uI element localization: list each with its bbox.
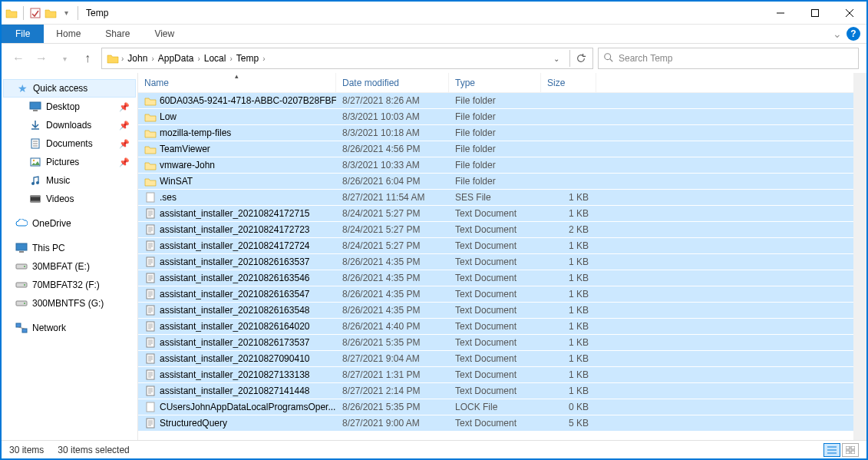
table-row[interactable]: StructuredQuery8/27/2021 9:00 AMText Doc…: [138, 415, 853, 432]
crumb-john[interactable]: John: [124, 53, 150, 64]
folder-icon: [144, 94, 157, 107]
tab-view[interactable]: View: [142, 25, 186, 43]
history-dropdown-icon[interactable]: ▾: [55, 49, 74, 68]
table-row[interactable]: TeamViewer8/26/2021 4:56 PMFile folder: [138, 141, 853, 157]
app-folder-icon: [5, 6, 18, 20]
drive-icon: [15, 297, 28, 309]
minimize-button[interactable]: [763, 2, 797, 25]
file-size: 1 KB: [541, 192, 596, 203]
sidebar-item-music[interactable]: Music: [2, 171, 137, 190]
svg-rect-21: [16, 243, 27, 250]
tab-share[interactable]: Share: [93, 25, 142, 43]
sidebar-quick-access[interactable]: ★ Quick access: [3, 79, 136, 98]
chevron-right-icon[interactable]: ›: [262, 55, 266, 63]
table-row[interactable]: assistant_installer_202108271331388/27/2…: [138, 367, 853, 383]
table-row[interactable]: assistant_installer_202108261635468/26/2…: [138, 270, 853, 286]
sidebar-drive[interactable]: 300MBNTFS (G:): [2, 294, 137, 313]
table-row[interactable]: assistant_installer_202108270904108/27/2…: [138, 351, 853, 367]
sidebar-drive[interactable]: 70MBFAT32 (F:): [2, 276, 137, 294]
table-row[interactable]: assistant_installer_202108261640208/26/2…: [138, 319, 853, 335]
table-row[interactable]: assistant_installer_202108261735378/26/2…: [138, 335, 853, 351]
search-placeholder: Search Temp: [619, 53, 672, 64]
file-size: 1 KB: [541, 208, 596, 219]
crumb-temp[interactable]: Temp: [233, 53, 262, 64]
up-button[interactable]: ↑: [78, 49, 97, 68]
table-row[interactable]: vmware-John8/3/2021 10:33 AMFile folder: [138, 157, 853, 174]
table-row[interactable]: Low8/3/2021 10:03 AMFile folder: [138, 109, 853, 125]
expand-ribbon-icon[interactable]: ⌄: [833, 28, 842, 40]
maximize-button[interactable]: [797, 2, 832, 25]
qat-properties-icon[interactable]: [28, 6, 42, 20]
svg-rect-73: [147, 338, 154, 347]
crumb-appdata[interactable]: AppData: [155, 53, 197, 64]
help-icon[interactable]: ?: [847, 27, 860, 41]
qat-newfolder-icon[interactable]: [44, 6, 58, 20]
file-icon: [144, 352, 157, 365]
view-details-button[interactable]: [823, 443, 840, 457]
file-size: 1 KB: [541, 256, 596, 267]
table-row[interactable]: assistant_installer_202108241727248/24/2…: [138, 238, 853, 254]
address-dropdown-icon[interactable]: ⌄: [548, 50, 565, 67]
table-row[interactable]: assistant_installer_202108261635478/26/2…: [138, 286, 853, 303]
svg-rect-0: [31, 8, 40, 18]
sidebar-item-desktop[interactable]: Desktop📌: [2, 98, 137, 116]
address-bar[interactable]: › John › AppData › Local › Temp › ⌄: [101, 48, 593, 69]
crumb-local[interactable]: Local: [201, 53, 229, 64]
svg-rect-30: [22, 329, 27, 333]
view-icons-button[interactable]: [842, 443, 859, 457]
svg-rect-43: [147, 241, 154, 250]
document-icon: [29, 137, 41, 150]
column-type[interactable]: Type: [449, 73, 541, 92]
sidebar-network[interactable]: Network: [2, 319, 137, 337]
column-name[interactable]: Name▴: [138, 73, 336, 92]
svg-rect-29: [16, 323, 21, 327]
table-row[interactable]: WinSAT8/26/2021 6:04 PMFile folder: [138, 174, 853, 190]
sidebar-this-pc[interactable]: This PC: [2, 239, 137, 257]
close-button[interactable]: [832, 2, 866, 25]
sidebar-item-videos[interactable]: Videos: [2, 190, 137, 208]
sidebar-drive[interactable]: 30MBFAT (E:): [2, 257, 137, 276]
file-name: assistant_installer_20210827141448: [160, 386, 310, 396]
file-name: assistant_installer_20210826173537: [160, 337, 310, 348]
file-date: 8/24/2021 5:27 PM: [336, 240, 449, 251]
status-item-count: 30 items: [9, 445, 44, 455]
sidebar-item-downloads[interactable]: Downloads📌: [2, 116, 137, 134]
table-row[interactable]: .ses8/27/2021 11:54 AMSES File1 KB: [138, 190, 853, 206]
search-input[interactable]: Search Temp: [598, 48, 859, 69]
sidebar-label: OneDrive: [32, 218, 71, 229]
sidebar-onedrive[interactable]: OneDrive: [2, 214, 137, 233]
refresh-button[interactable]: [569, 50, 586, 67]
column-size[interactable]: Size: [541, 73, 596, 92]
file-date: 8/3/2021 10:18 AM: [336, 127, 449, 138]
table-row[interactable]: mozilla-temp-files8/3/2021 10:18 AMFile …: [138, 125, 853, 141]
file-type: File folder: [449, 160, 541, 170]
sidebar-item-documents[interactable]: Documents📌: [2, 134, 137, 153]
tab-home[interactable]: Home: [44, 25, 93, 43]
svg-rect-19: [31, 196, 40, 197]
file-menu[interactable]: File: [2, 25, 44, 43]
sidebar-item-pictures[interactable]: Pictures📌: [2, 153, 137, 171]
file-name: assistant_installer_20210827133138: [160, 369, 310, 380]
file-date: 8/26/2021 4:40 PM: [336, 321, 449, 332]
table-row[interactable]: assistant_installer_202108261635488/26/2…: [138, 303, 853, 319]
table-row[interactable]: assistant_installer_202108261635378/26/2…: [138, 254, 853, 270]
table-row[interactable]: CUsersJohnAppDataLocalProgramsOper...8/2…: [138, 399, 853, 415]
table-row[interactable]: assistant_installer_202108271414488/27/2…: [138, 383, 853, 399]
table-row[interactable]: 60DA03A5-9241-4718-ABBC-0207B28FBF568/27…: [138, 93, 853, 109]
scrollbar[interactable]: [853, 73, 866, 440]
sidebar-item-label: Videos: [46, 194, 74, 204]
file-date: 8/27/2021 9:04 AM: [336, 353, 449, 364]
svg-point-5: [605, 53, 611, 59]
table-row[interactable]: assistant_installer_202108241727238/24/2…: [138, 222, 853, 238]
file-type: File folder: [449, 111, 541, 122]
qat-dropdown-icon[interactable]: ▾: [59, 6, 73, 20]
star-icon: ★: [16, 82, 28, 94]
back-button[interactable]: ←: [9, 49, 28, 68]
table-row[interactable]: assistant_installer_202108241727158/24/2…: [138, 206, 853, 222]
file-size: 1 KB: [541, 337, 596, 348]
folder-icon: [144, 159, 157, 171]
file-list[interactable]: 60DA03A5-9241-4718-ABBC-0207B28FBF568/27…: [138, 93, 853, 440]
column-date[interactable]: Date modified: [336, 73, 449, 92]
main: ★ Quick access Desktop📌Downloads📌Documen…: [2, 73, 866, 440]
forward-button[interactable]: →: [32, 49, 51, 68]
